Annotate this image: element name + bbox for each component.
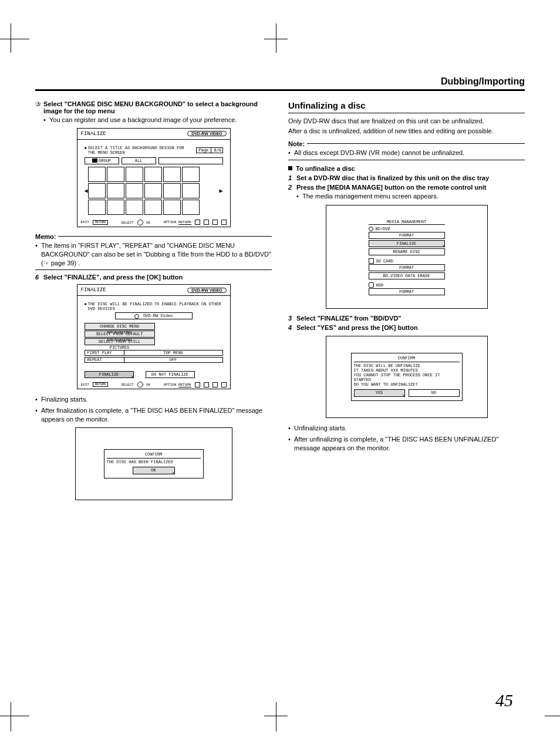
all-button: ALL	[122, 157, 156, 164]
right-arrow-icon: ▶	[219, 187, 222, 194]
folder-icon	[92, 159, 97, 163]
group-button: GROUP	[99, 158, 111, 164]
step-title: Select "YES" and press the [OK] button	[296, 324, 525, 331]
step-3: 3 Select "FINALIZE" from "BD/DVD"	[288, 315, 525, 322]
bullet-text: After finalization is complete, a "THE D…	[41, 406, 272, 424]
note-bullet: • All discs except DVD-RW (VR mode) cann…	[288, 149, 525, 157]
step-number: 2	[288, 184, 296, 191]
step-title: Set a DVD-RW disc that is finalized by t…	[296, 174, 525, 181]
option-change-bg: CHANGE DISC MENU BACKGROUND	[85, 323, 155, 330]
ok-button: OK ↖	[133, 467, 175, 474]
confirm-line: IT TAKES ABOUT XXX MINUTES	[354, 368, 460, 373]
confirm-line: DO YOU WANT TO UNFINALIZE?	[354, 382, 460, 387]
memo-text: The items in "FIRST PLAY", "REPEAT" and …	[41, 241, 272, 268]
step-number: 3	[288, 315, 296, 322]
bullet: • Unfinalizing starts.	[288, 424, 525, 433]
do-not-finalize-button: DO NOT FINALIZE	[146, 371, 195, 378]
prompt: THE DISC WILL BE FINALIZED TO ENABLE PLA…	[88, 302, 223, 311]
step-3: ③ Select "CHANGE DISC MENU BACKGROUND" t…	[35, 100, 272, 114]
step-marker: ③	[35, 100, 43, 114]
repeat-label: REPEAT	[85, 358, 124, 362]
exit-label: EXIT	[81, 383, 89, 387]
nav-pad-icon	[137, 382, 143, 387]
sd-icon	[369, 258, 374, 264]
disc-label: DVD-RW Video	[143, 314, 173, 318]
cursor-icon: ↖	[403, 392, 406, 399]
section-title: Dubbing/Importing	[35, 76, 525, 91]
group-bd-dvd: BD/DVD	[376, 227, 390, 231]
first-play-label: FIRST PLAY	[85, 350, 124, 355]
crop-mark	[0, 716, 29, 716]
crop-mark	[276, 702, 276, 732]
menu-finalize: FINALIZE ↖	[369, 240, 445, 247]
repeat-value: OFF	[124, 358, 222, 362]
crop-mark	[11, 702, 11, 732]
confirm-title: CONFIRM	[107, 452, 201, 459]
menu-rename: RENAME DISC	[369, 248, 445, 255]
return-button: RETURN	[93, 382, 108, 387]
note-rule	[288, 160, 525, 160]
first-play-value: TOP MENU	[124, 350, 222, 355]
step-number: 6	[35, 274, 43, 281]
memo-rule	[35, 269, 272, 270]
option-default-bg: SELECT FROM DEFAULT BACKGROUND	[85, 331, 155, 338]
prompt: SELECT A TITLE AS BACKGROUND DESIGN FOR …	[88, 146, 194, 155]
heading-unfinalize: Unfinalizing a disc	[288, 100, 525, 113]
screenshot-confirm-finalized: CONFIRM THE DISC HAS BEEN FINALIZED OK ↖	[75, 427, 232, 500]
confirm-title: CONFIRM	[354, 356, 460, 362]
page-value: 0/0	[211, 148, 224, 153]
step-title: Select "FINALIZE" from "BD/DVD"	[296, 315, 525, 322]
crop-mark	[0, 39, 29, 39]
square-bullet-icon	[288, 166, 292, 170]
option-still-pic: SELECT FROM STILL PICTURES	[85, 338, 155, 345]
paragraph: After a disc is unfinalized, addition of…	[288, 127, 525, 136]
memo-label: Memo:	[35, 233, 56, 240]
step-number: 1	[288, 174, 296, 181]
confirm-line: YOU CANNOT STOP THE PROCESS ONCE IT STAR…	[354, 373, 460, 382]
sub-heading: To unfinalize a disc	[288, 165, 525, 172]
bullet-text: After unfinalizing is complete, a "THE D…	[294, 435, 525, 453]
bullet: • The media management menu screen appea…	[296, 192, 525, 201]
finalize-button: FINALIZE ↖	[85, 371, 134, 378]
return-button: RETURN	[93, 220, 108, 225]
step-title: Press the [MEDIA MANAGE] button on the r…	[296, 184, 525, 191]
step-2: 2 Press the [MEDIA MANAGE] button on the…	[288, 184, 525, 191]
crop-mark	[11, 23, 11, 53]
memo-header: Memo:	[35, 233, 272, 240]
bullet-text: Finalizing starts.	[41, 395, 87, 404]
yes-button: YES ↖	[354, 389, 405, 397]
cursor-icon: ↖	[173, 470, 176, 476]
nav-pad-icon	[137, 220, 143, 225]
note-label: Note:	[288, 140, 305, 147]
select-label: SELECT	[121, 220, 134, 224]
exit-label: EXIT	[81, 220, 89, 224]
bullet-text: You can register and use a background im…	[49, 116, 237, 124]
screenshot-media-management: MEDIA MANAGEMENT BD/DVD FORMAT FINALIZE …	[326, 205, 488, 309]
step-title: Select "FINALIZE", and press the [OK] bu…	[43, 274, 272, 281]
disc-type-badge: DVD-RW VIDEO	[187, 131, 226, 136]
step-number: 4	[288, 324, 296, 331]
crop-mark	[545, 716, 560, 716]
screenshot-confirm-unfinalize: CONFIRM THE DISC WILL BE UNFINALIZE IT T…	[326, 336, 488, 418]
step-title: Select "CHANGE DISC MENU BACKGROUND" to …	[43, 100, 272, 114]
bullet-text: Unfinalizing starts.	[294, 424, 347, 433]
confirm-line: THE DISC WILL BE UNFINALIZE	[354, 363, 460, 368]
dialog-title: FINALIZE	[81, 287, 106, 293]
page-label: Page	[197, 148, 212, 153]
step-1: 1 Set a DVD-RW disc that is finalized by…	[288, 174, 525, 181]
page-number: 45	[495, 690, 513, 710]
bullet: • After finalization is complete, a "THE…	[35, 406, 272, 424]
disc-type-badge: DVD-RW VIDEO	[187, 288, 226, 293]
option-label: OPTION	[164, 220, 177, 224]
cursor-icon: ↖	[131, 374, 134, 380]
bullet-text: The media management menu screen appears…	[302, 192, 438, 201]
bullet: • After unfinalizing is complete, a "THE…	[288, 435, 525, 453]
step-6: 6 Select "FINALIZE", and press the [OK] …	[35, 274, 272, 281]
note-text: All discs except DVD-RW (VR mode) cannot…	[294, 149, 464, 157]
memo-bullet: • The items in "FIRST PLAY", "REPEAT" an…	[35, 241, 272, 268]
screenshot-finalize-select-bg: FINALIZE DVD-RW VIDEO ✱ SELECT A TITLE A…	[77, 128, 231, 227]
note-header: Note:	[288, 140, 525, 147]
cursor-icon: ↖	[443, 243, 446, 249]
menu-format: FORMAT	[369, 232, 445, 239]
dialog-title: FINALIZE	[81, 131, 106, 137]
